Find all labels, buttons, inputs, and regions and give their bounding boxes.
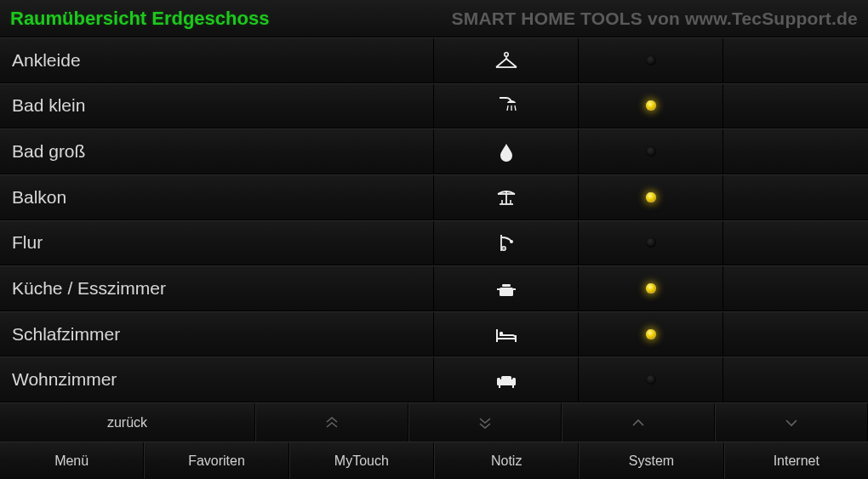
drop-icon — [494, 141, 518, 162]
room-row[interactable]: Bad groß — [0, 128, 868, 174]
status-led-on-icon — [646, 329, 656, 339]
room-spare-cell — [723, 221, 868, 265]
page-down-button[interactable] — [715, 403, 868, 442]
page-title: Raumübersicht Erdgeschoss — [10, 8, 269, 30]
room-spare-cell — [723, 84, 868, 128]
double-chevron-down-icon — [477, 417, 493, 429]
shower-icon — [494, 95, 518, 116]
sofa-icon — [494, 369, 518, 390]
page-bottom-button[interactable] — [408, 403, 562, 442]
status-led-off-icon — [646, 55, 656, 66]
room-label: Wohnzimmer — [12, 369, 117, 390]
room-label-cell: Ankleide — [0, 38, 434, 83]
menu-button[interactable]: Favoriten — [144, 442, 288, 479]
room-led-cell[interactable] — [579, 175, 723, 220]
menu-button[interactable]: Notiz — [434, 442, 579, 479]
navbar: zurück — [0, 402, 868, 442]
room-spare-cell — [723, 312, 868, 356]
room-led-cell[interactable] — [579, 129, 723, 174]
room-list: AnkleideBad kleinBad großBalkonFlurKüche… — [0, 37, 868, 402]
room-led-cell[interactable] — [579, 84, 723, 128]
back-button-label: zurück — [107, 415, 147, 431]
room-led-cell[interactable] — [579, 266, 723, 311]
room-label: Ankleide — [12, 50, 81, 71]
room-icon-cell[interactable] — [434, 175, 579, 220]
room-row[interactable]: Ankleide — [0, 37, 868, 83]
room-row[interactable]: Balkon — [0, 174, 868, 220]
menubar: MenüFavoritenMyTouchNotizSystemInternet — [0, 442, 868, 479]
room-spare-cell — [723, 357, 868, 402]
menu-button[interactable]: System — [579, 442, 723, 479]
room-label: Balkon — [12, 187, 66, 208]
menu-button-label: Favoriten — [188, 453, 245, 469]
room-spare-cell — [723, 266, 868, 311]
room-led-cell[interactable] — [579, 221, 723, 265]
room-icon-cell[interactable] — [434, 38, 579, 83]
room-icon-cell[interactable] — [434, 312, 579, 356]
room-row[interactable]: Flur — [0, 220, 868, 266]
status-led-off-icon — [646, 374, 656, 385]
room-icon-cell[interactable] — [434, 221, 579, 265]
menu-button-label: MyTouch — [334, 453, 389, 469]
room-label-cell: Küche / Esszimmer — [0, 266, 434, 311]
room-led-cell[interactable] — [579, 357, 723, 402]
menu-button-label: System — [629, 453, 674, 469]
terrace-icon — [494, 187, 518, 208]
menu-button[interactable]: Internet — [724, 442, 868, 479]
chevron-up-icon — [631, 419, 646, 427]
menu-button-label: Menü — [54, 453, 89, 469]
room-label: Küche / Esszimmer — [12, 278, 166, 299]
room-icon-cell[interactable] — [434, 129, 579, 174]
room-row[interactable]: Wohnzimmer — [0, 356, 868, 402]
back-button[interactable]: zurück — [0, 403, 255, 442]
chevron-down-icon — [784, 419, 799, 427]
status-led-off-icon — [646, 146, 656, 157]
status-led-on-icon — [646, 192, 656, 202]
menu-button-label: Internet — [774, 453, 819, 469]
status-led-on-icon — [646, 283, 656, 294]
status-led-on-icon — [646, 100, 656, 111]
double-chevron-up-icon — [324, 417, 340, 429]
room-spare-cell — [723, 129, 868, 174]
door-icon — [494, 232, 518, 253]
page-up-button[interactable] — [562, 403, 715, 442]
room-led-cell[interactable] — [579, 38, 723, 83]
hanger-icon — [494, 50, 518, 71]
status-led-off-icon — [646, 237, 656, 248]
room-icon-cell[interactable] — [434, 266, 579, 311]
room-led-cell[interactable] — [579, 312, 723, 356]
room-label-cell: Bad groß — [0, 129, 434, 174]
room-label-cell: Bad klein — [0, 84, 434, 128]
room-label-cell: Wohnzimmer — [0, 357, 434, 402]
room-label: Bad groß — [12, 141, 85, 162]
screen: Raumübersicht Erdgeschoss SMART HOME TOO… — [0, 0, 868, 479]
pot-icon — [494, 278, 518, 299]
room-icon-cell[interactable] — [434, 84, 579, 128]
header: Raumübersicht Erdgeschoss SMART HOME TOO… — [0, 0, 868, 37]
room-label: Schlafzimmer — [12, 324, 120, 345]
room-spare-cell — [723, 38, 868, 83]
room-spare-cell — [723, 175, 868, 220]
bed-icon — [494, 324, 518, 345]
room-label-cell: Balkon — [0, 175, 434, 220]
room-label: Bad klein — [12, 95, 85, 116]
room-icon-cell[interactable] — [434, 357, 579, 402]
room-label-cell: Schlafzimmer — [0, 312, 434, 356]
room-row[interactable]: Schlafzimmer — [0, 311, 868, 357]
page-top-button[interactable] — [255, 403, 408, 442]
menu-button[interactable]: Menü — [0, 442, 144, 479]
menu-button-label: Notiz — [491, 453, 522, 469]
brand-label: SMART HOME TOOLS von www.TecSupport.de — [452, 9, 858, 29]
room-row[interactable]: Küche / Esszimmer — [0, 265, 868, 311]
room-row[interactable]: Bad klein — [0, 83, 868, 129]
room-label: Flur — [12, 232, 43, 253]
room-label-cell: Flur — [0, 221, 434, 265]
menu-button[interactable]: MyTouch — [289, 442, 434, 479]
